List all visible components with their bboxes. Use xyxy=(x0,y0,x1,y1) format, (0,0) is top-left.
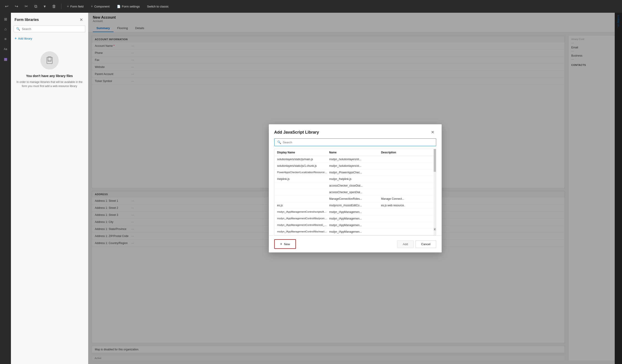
form-libraries-header: Form libraries ✕ xyxy=(11,13,88,25)
table-row[interactable]: msdyn_/AppManagementControl/libs/promise… xyxy=(274,215,436,222)
modal-search-input[interactable] xyxy=(283,141,433,144)
form-libraries-search-box[interactable]: 🔍 xyxy=(14,25,85,32)
scrollbar-thumb[interactable] xyxy=(434,149,436,172)
cancel-button-label: Cancel xyxy=(421,242,430,246)
table-row[interactable]: — ManageConnectionRoles... Manage Connec… xyxy=(274,196,436,202)
col-name: Name xyxy=(329,151,381,154)
form-field-button[interactable]: + Form field xyxy=(65,3,85,9)
row-name: msdyn_/solutionlayers/st... xyxy=(329,158,381,161)
row-name: msdyn_/PowerAppsChec... xyxy=(329,171,381,174)
row-display-name: msdyn_/AppManagementControl/scripts/AppM… xyxy=(277,210,329,214)
empty-state-title: You don't have any library files xyxy=(26,74,73,78)
row-description: Manage Connect... xyxy=(381,197,433,200)
add-library-button[interactable]: + Add library xyxy=(11,35,88,42)
new-button[interactable]: + New xyxy=(274,239,296,249)
modal-table: Display Name Name Description solutionla… xyxy=(274,149,436,236)
row-display-name: PowerAppsChecker/Localization/ResourceSt… xyxy=(277,171,329,174)
modal-table-header: Display Name Name Description xyxy=(274,149,436,156)
component-plus-icon: + xyxy=(91,4,93,8)
form-settings-button[interactable]: 📄 Form settings xyxy=(115,4,142,9)
row-name: msdyn_/helplink.js xyxy=(329,178,381,181)
form-libraries-close-button[interactable]: ✕ xyxy=(78,17,84,23)
toolbar-divider-1 xyxy=(61,4,61,9)
row-description xyxy=(381,178,433,181)
row-display-name: solutionlayers/static/js/1.chunk.js xyxy=(277,164,329,167)
table-row[interactable]: PowerAppsChecker/Localization/ResourceSt… xyxy=(274,169,436,176)
search-input[interactable] xyxy=(22,27,83,31)
row-display-name: es.js xyxy=(277,204,329,207)
form-libraries-empty-state: You don't have any library files In orde… xyxy=(11,42,88,364)
nav-icon-grid[interactable]: ⊞ xyxy=(1,15,10,24)
add-button-label: Add xyxy=(403,242,408,246)
component-label: Component xyxy=(94,5,109,8)
row-description xyxy=(381,158,433,161)
cancel-button[interactable]: Cancel xyxy=(415,240,436,248)
row-description xyxy=(381,224,433,227)
table-row[interactable]: solutionlayers/static/js/main.js msdyn_/… xyxy=(274,156,436,163)
add-library-label: Add library xyxy=(18,37,32,40)
empty-state-icon xyxy=(40,51,59,70)
row-display-name: Helplink.js xyxy=(277,178,329,181)
left-nav-strip: ⊞ ⌂ ≡ Aa ▦ xyxy=(0,13,11,364)
row-description xyxy=(381,191,433,194)
nav-icon-forms[interactable]: ▦ xyxy=(1,55,10,64)
row-name: msdyn_/AppManagemen... xyxy=(329,230,381,233)
undo-icon[interactable]: ↩ xyxy=(4,3,10,10)
search-icon: 🔍 xyxy=(16,27,20,31)
add-library-plus-icon: + xyxy=(15,36,17,40)
row-description xyxy=(381,217,433,220)
table-row[interactable]: — accessChecker_closeDial... xyxy=(274,182,436,189)
footer-action-buttons: Add Cancel xyxy=(397,240,436,248)
row-display-name: — xyxy=(277,191,329,194)
modal-header: Add JavaScript Library ✕ xyxy=(269,124,442,138)
add-button[interactable]: Add xyxy=(397,240,414,248)
row-display-name: — xyxy=(277,197,329,200)
redo-icon[interactable]: ↪ xyxy=(13,3,19,10)
modal-close-button[interactable]: ✕ xyxy=(429,129,436,136)
row-description xyxy=(381,230,433,233)
add-javascript-library-modal: Add JavaScript Library ✕ 🔍 Display Name … xyxy=(269,124,442,253)
new-button-label: New xyxy=(284,242,290,246)
modal-overlay: Add JavaScript Library ✕ 🔍 Display Name … xyxy=(88,13,622,364)
row-name: ManageConnectionRoles... xyxy=(329,197,381,200)
row-description xyxy=(381,210,433,214)
scrollbar-down-arrow[interactable]: ▼ xyxy=(434,228,436,231)
row-description xyxy=(381,171,433,174)
row-name: msdyn_/AppManagemen... xyxy=(329,217,381,220)
nav-icon-text[interactable]: Aa xyxy=(1,45,10,54)
content-area: New Account Account Summary Flooring Det… xyxy=(88,13,622,364)
top-toolbar: ↩ ↪ ✂ ⧉ ▾ 🗑 + Form field + Component 📄 F… xyxy=(0,0,622,13)
scrollbar-track[interactable]: ▼ xyxy=(434,149,436,235)
component-button[interactable]: + Component xyxy=(89,3,111,9)
row-description xyxy=(381,184,433,187)
table-row[interactable]: msdyn_/AppManagementControl/libs/react_1… xyxy=(274,229,436,235)
modal-search-icon: 🔍 xyxy=(277,140,281,144)
dropdown-icon[interactable]: ▾ xyxy=(42,3,47,10)
row-description: es.js web resource. xyxy=(381,204,433,207)
row-name: msdyncrm_/AssistEditCo... xyxy=(329,204,381,207)
table-row[interactable]: es.js msdyncrm_/AssistEditCo... es.js we… xyxy=(274,202,436,209)
form-settings-label: Form settings xyxy=(122,5,140,8)
table-row[interactable]: — accessChecker_openDial... xyxy=(274,189,436,196)
row-name: msdyn_/solutionlayers/st... xyxy=(329,164,381,167)
modal-search-box[interactable]: 🔍 xyxy=(274,138,436,146)
col-description: Description xyxy=(381,151,433,154)
form-settings-icon: 📄 xyxy=(117,5,120,8)
modal-footer: + New Add Cancel xyxy=(269,236,442,253)
nav-icon-home[interactable]: ⌂ xyxy=(1,25,10,34)
copy-icon[interactable]: ⧉ xyxy=(33,3,39,10)
table-row[interactable]: msdyn_/AppManagementControl/libs/es6_shi… xyxy=(274,222,436,229)
nav-icon-layers[interactable]: ≡ xyxy=(1,35,10,44)
col-display-name: Display Name xyxy=(277,151,329,154)
cut-icon[interactable]: ✂ xyxy=(23,3,29,10)
row-description xyxy=(381,164,433,167)
table-row[interactable]: msdyn_/AppManagementControl/scripts/AppM… xyxy=(274,209,436,215)
empty-state-description: In order to manage libraries that will b… xyxy=(16,80,83,88)
table-row[interactable]: solutionlayers/static/js/1.chunk.js msdy… xyxy=(274,163,436,169)
switch-classic-button[interactable]: Switch to classic xyxy=(145,4,170,9)
row-display-name: msdyn_/AppManagementControl/libs/es6_shi… xyxy=(277,224,329,227)
delete-icon[interactable]: 🗑 xyxy=(51,3,58,10)
modal-title: Add JavaScript Library xyxy=(274,130,319,135)
form-libraries-sidebar: Form libraries ✕ 🔍 + Add library You don… xyxy=(11,13,88,364)
table-row[interactable]: Helplink.js msdyn_/helplink.js xyxy=(274,176,436,182)
